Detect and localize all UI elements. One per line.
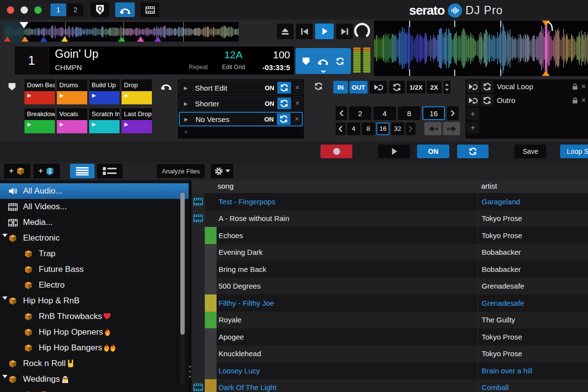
autoloop-size-button[interactable]: 4 xyxy=(373,106,396,120)
table-row[interactable]: Apogee Tokyo Prose xyxy=(192,328,588,345)
sampler-play-button[interactable] xyxy=(378,145,410,158)
table-row[interactable]: Echoes Tokyo Prose xyxy=(192,227,588,244)
hot-cue-pad[interactable]: Drums ▶ xyxy=(57,79,87,105)
sidebar-crate-item[interactable]: Electro xyxy=(0,277,189,293)
cue-play-area[interactable]: ▶ xyxy=(24,91,55,104)
add-loop-button[interactable]: + xyxy=(179,127,303,137)
beatjump-size-button[interactable]: 16 xyxy=(376,122,390,135)
hot-cue-pad[interactable]: Last Drop ▶ xyxy=(122,108,152,134)
deck-mode-panel[interactable] xyxy=(295,48,351,74)
add-slot-button[interactable]: + xyxy=(466,122,479,134)
sidebar-crate-item[interactable]: Hip Hop Openers xyxy=(0,324,189,340)
beatjump-forward-button[interactable] xyxy=(443,122,460,135)
autoloop-size-button[interactable]: 16 xyxy=(422,106,445,120)
saved-loop-row[interactable]: ▶ No Verses ON × xyxy=(179,112,303,126)
beatjump-size-button[interactable]: 4 xyxy=(347,122,360,135)
saved-loop-row[interactable]: ▶ Short Edit ON × xyxy=(179,80,303,95)
play-button[interactable] xyxy=(315,24,334,39)
sidebar-crate-item[interactable]: M Media... xyxy=(0,215,189,230)
window-zoom-button[interactable] xyxy=(34,6,42,14)
loop-reloop-button[interactable] xyxy=(389,81,405,94)
autoloop-size-button[interactable]: 2 xyxy=(349,106,371,120)
loop-delete-button[interactable]: × xyxy=(293,83,302,92)
sidebar-crate-item[interactable]: Rock n Roll xyxy=(0,356,189,371)
autoloop-next-button[interactable] xyxy=(447,106,459,120)
table-row[interactable]: Filthy - Filthy Joe Grenadesafe xyxy=(192,294,588,312)
sidebar-crate-item[interactable]: Hip Hop & RnB xyxy=(0,293,189,309)
beatjump-back-button[interactable] xyxy=(424,122,441,135)
hot-cue-pad[interactable]: Build Up ▶ xyxy=(89,79,120,105)
cue-play-area[interactable]: ▶ xyxy=(122,91,152,104)
expand-triangle-icon[interactable] xyxy=(2,296,7,300)
list-view-button[interactable] xyxy=(70,164,95,178)
loop-delete-button[interactable]: × xyxy=(292,115,302,123)
expand-triangle-icon[interactable] xyxy=(2,375,7,378)
beatjump-prev-button[interactable] xyxy=(336,122,345,135)
sidebar-crate-item[interactable]: All Audio... xyxy=(0,183,189,199)
table-row[interactable]: Test - Fingerpops Garageland xyxy=(192,193,588,210)
slot-play-button[interactable] xyxy=(466,94,479,106)
next-track-button[interactable] xyxy=(336,24,353,39)
fx-on-button[interactable]: ON xyxy=(417,145,449,158)
edit-grid-label[interactable]: Edit Grid xyxy=(222,64,245,71)
loop-out-button[interactable]: OUT xyxy=(349,81,368,94)
cue-play-area[interactable]: ▶ xyxy=(57,120,87,133)
loop-slot-row[interactable]: Outro × xyxy=(466,94,588,106)
cue-play-area[interactable]: ▶ xyxy=(122,120,152,133)
column-header-song[interactable]: song xyxy=(192,180,478,193)
hot-cue-pad[interactable]: Scratch In ▶ xyxy=(89,108,120,134)
sidebar-crate-item[interactable]: All Videos... xyxy=(0,199,189,215)
loop-delete-button[interactable]: × xyxy=(293,99,302,108)
hot-cue-pad[interactable]: Down Beat ▶ xyxy=(24,79,55,105)
deck-tab[interactable]: 2 xyxy=(68,3,83,16)
beatjump-next-button[interactable] xyxy=(406,122,416,135)
lock-icon[interactable] xyxy=(570,83,579,90)
cue-play-area[interactable]: ▶ xyxy=(57,91,87,104)
sidebar-crate-item[interactable]: Electronic xyxy=(0,230,189,246)
loop-panel-button[interactable] xyxy=(115,2,135,17)
sidebar-crate-item[interactable]: Weddings xyxy=(0,371,189,387)
column-header-artist[interactable]: artist xyxy=(478,180,588,193)
filter-knob[interactable] xyxy=(353,22,371,40)
loop-play-icon[interactable]: ▶ xyxy=(179,101,192,106)
beatjump-size-button[interactable]: 32 xyxy=(391,122,404,135)
loop-slot-button[interactable]: Loop S xyxy=(560,145,588,158)
table-row[interactable]: Bring me Back Bobabacker xyxy=(192,261,588,278)
slot-delete-button[interactable]: × xyxy=(579,96,588,105)
loop-active-button[interactable] xyxy=(369,81,387,94)
window-minimize-button[interactable] xyxy=(21,6,28,14)
library-settings-button[interactable] xyxy=(211,164,233,178)
save-button[interactable]: Save xyxy=(514,145,546,158)
deck-tab[interactable]: 1 xyxy=(50,3,66,16)
add-slot-button[interactable]: + xyxy=(466,108,479,120)
add-smart-crate-button[interactable]: +S xyxy=(33,164,60,178)
loop-double-button[interactable]: 2X xyxy=(427,81,441,94)
track-overview-waveform[interactable] xyxy=(4,22,239,42)
sidebar-crate-item[interactable]: Trap xyxy=(0,246,189,262)
sidebar-crate-item[interactable]: RnB Throwbacks xyxy=(0,309,189,324)
loop-slot-row[interactable]: Vocal Loop × xyxy=(466,80,588,93)
hot-cue-pad[interactable]: Vocals ▶ xyxy=(57,108,87,134)
loop-sync-button[interactable] xyxy=(277,113,291,125)
table-row[interactable]: A - Rose without Rain Tokyo Prose xyxy=(192,210,588,227)
loop-in-button[interactable]: IN xyxy=(333,81,348,94)
loop-sync-button[interactable] xyxy=(277,82,291,94)
beatjump-size-button[interactable]: 8 xyxy=(362,122,375,135)
sidebar-crate-item[interactable]: Future Bass xyxy=(0,262,189,277)
expand-triangle-icon[interactable] xyxy=(2,234,7,237)
sidebar-crate-item[interactable] xyxy=(0,387,189,392)
quantize-button[interactable]: Q xyxy=(91,2,109,17)
loop-sync-button[interactable] xyxy=(277,98,291,109)
repeat-label[interactable]: Repeat xyxy=(189,64,208,71)
album-view-button[interactable] xyxy=(97,164,122,178)
loop-sync-mode-icon[interactable] xyxy=(314,82,323,90)
loop-on-button[interactable]: ON xyxy=(262,84,277,92)
sidebar-scrollbar-thumb[interactable] xyxy=(180,193,185,335)
deck-waveform[interactable] xyxy=(374,21,588,76)
table-row[interactable]: Royale The Guilty xyxy=(192,312,588,329)
cue-play-area[interactable]: ▶ xyxy=(89,120,120,133)
table-row[interactable]: Loosey Lucy Brain over a hill xyxy=(192,362,588,379)
loop-play-icon[interactable]: ▶ xyxy=(180,117,193,122)
table-row[interactable]: Evening Dark Bobabacker xyxy=(192,244,588,261)
table-row[interactable]: Dark Of The Light Comball xyxy=(192,379,588,392)
